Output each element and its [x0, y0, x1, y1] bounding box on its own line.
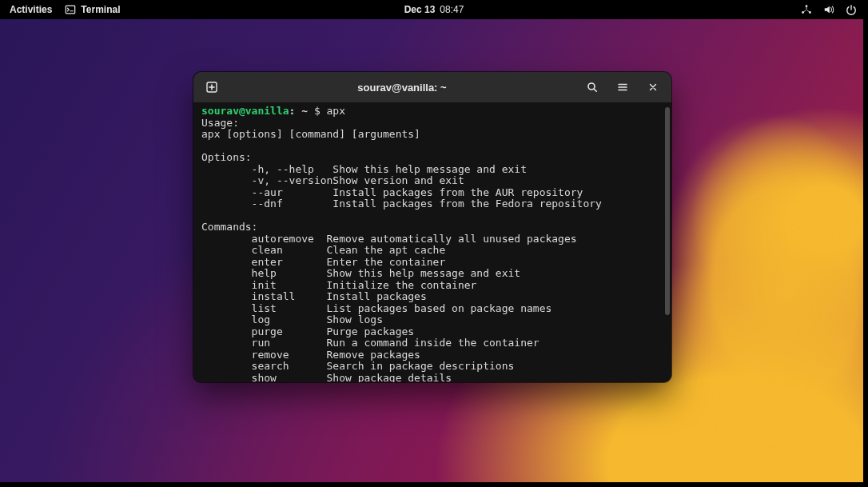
active-app-name: Terminal [81, 4, 120, 15]
search-button[interactable] [580, 75, 604, 99]
terminal-icon [65, 4, 76, 15]
activities-button[interactable]: Activities [10, 4, 52, 15]
new-tab-button[interactable] [200, 75, 224, 99]
window-titlebar[interactable]: sourav@vanilla: ~ [193, 72, 671, 102]
svg-point-1 [806, 5, 808, 7]
close-button[interactable] [641, 75, 665, 99]
terminal-body[interactable]: sourav@vanilla: ~ $ apx Usage: apx [opti… [193, 102, 671, 382]
volume-icon[interactable] [823, 4, 834, 15]
frame-border [0, 482, 868, 487]
network-icon[interactable] [801, 4, 812, 15]
terminal-window: sourav@vanilla: ~ sourav@vanilla: ~ $ ap… [193, 72, 671, 382]
active-app-indicator[interactable]: Terminal [65, 4, 120, 15]
gnome-top-bar: Activities Terminal Dec 13 08:47 [0, 0, 868, 19]
system-tray[interactable] [801, 4, 868, 15]
frame-border [863, 0, 868, 487]
window-title: sourav@vanilla: ~ [230, 82, 574, 94]
power-icon[interactable] [846, 4, 857, 15]
date-label: Dec 13 [404, 4, 436, 15]
time-label: 08:47 [440, 4, 464, 15]
terminal-scrollbar[interactable] [663, 102, 671, 382]
scrollbar-thumb[interactable] [665, 107, 670, 315]
terminal-output[interactable]: sourav@vanilla: ~ $ apx Usage: apx [opti… [193, 102, 663, 382]
hamburger-menu-button[interactable] [611, 75, 635, 99]
svg-rect-0 [66, 6, 75, 14]
clock[interactable]: Dec 13 08:47 [404, 4, 464, 15]
